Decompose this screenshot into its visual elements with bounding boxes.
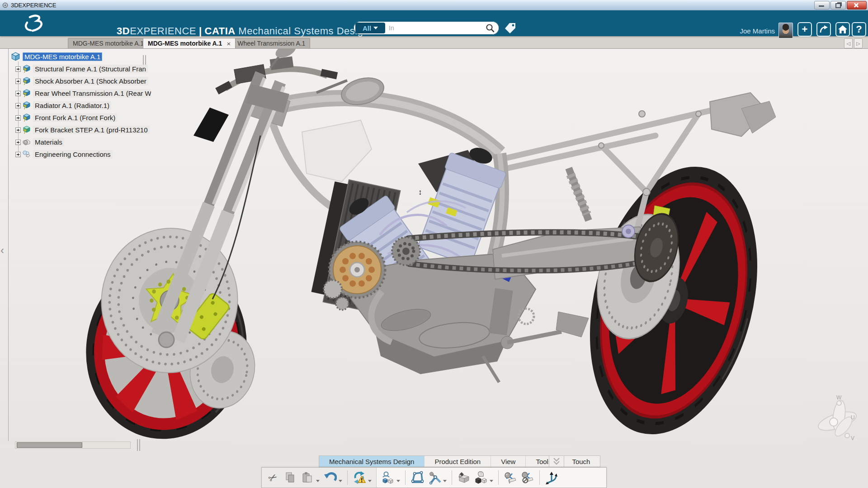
clash-detection-button[interactable] [502, 469, 519, 486]
product-icon [22, 113, 31, 122]
product-step-icon [22, 126, 31, 134]
product-icon [22, 101, 31, 110]
brand-divider: | [199, 25, 202, 37]
tree-label: Shock Absorber A.1 (Shock Absorber [33, 77, 148, 85]
design-in-context-button[interactable] [455, 469, 472, 486]
brand-app: CATIA [205, 25, 236, 37]
cut-icon: ✂ [266, 470, 280, 485]
expand-toggle[interactable] [15, 79, 21, 84]
design-in-context-icon [457, 471, 471, 484]
nav-forward-icon: ▷ [856, 41, 860, 47]
component-session-button[interactable] [379, 469, 396, 486]
tab-nav-forward-button[interactable]: ▷ [854, 38, 863, 48]
tab-touch[interactable]: Touch [562, 456, 600, 467]
gear-small [324, 280, 342, 298]
app-header: 3DEXPERIENCE|CATIA Mechanical Systems De… [0, 10, 868, 36]
tree-label: MDG-MES motorbike A.1 [23, 52, 102, 61]
expand-toggle[interactable] [15, 103, 21, 108]
help-icon: ? [856, 23, 862, 35]
toolbar-separator [405, 470, 406, 485]
expand-toggle[interactable] [15, 115, 21, 121]
robot-translate-button[interactable] [543, 469, 560, 486]
clash-detection-icon [504, 471, 517, 484]
search-icon[interactable] [486, 23, 495, 33]
tab-motorbike-active[interactable]: MDG-MES motorbike A.1 × [143, 38, 236, 48]
expand-toggle[interactable] [15, 140, 21, 145]
robot-translate-icon [545, 471, 558, 484]
undo-dropdown-arrow[interactable] [339, 480, 342, 482]
paste-button[interactable] [299, 469, 316, 486]
tab-label: MDG-MES motorbike A.1 [148, 40, 222, 47]
search-input[interactable] [385, 24, 486, 32]
home-button[interactable] [835, 22, 850, 37]
minimize-button[interactable] [814, 1, 830, 9]
tree-row-engineering-connections[interactable]: Engineering Connections [11, 148, 151, 160]
update-dropdown-arrow[interactable] [368, 480, 372, 482]
workbench-title: Mechanical Systems Design [238, 25, 369, 37]
update-icon [353, 471, 366, 484]
nav-back-icon: ◁ [846, 41, 850, 47]
tree-row-rear-wheel-transmission[interactable]: Rear Wheel Transmission A.1 (Rear W [11, 87, 151, 99]
add-content-button[interactable]: + [797, 22, 812, 37]
compass-w-label: W [836, 394, 842, 401]
search-bar: All [354, 21, 499, 35]
product-icon [22, 65, 31, 73]
tree-row-front-fork[interactable]: Front Fork A.1 (Front Fork) [11, 112, 151, 124]
manipulate-button[interactable] [472, 469, 490, 486]
cut-button[interactable]: ✂ [264, 469, 282, 486]
tab-product-edition[interactable]: Product Edition [425, 456, 491, 467]
double-chevron-icon [552, 457, 561, 465]
tree-row-fork-bracket-step[interactable]: Fork Bracket STEP A.1 (prd-R113210 [11, 124, 151, 136]
expand-toggle[interactable] [15, 127, 21, 133]
tree-row-root[interactable]: MDG-MES motorbike A.1 [11, 51, 151, 63]
engineering-connections-icon [22, 150, 31, 159]
avatar[interactable] [778, 23, 793, 38]
tab-view[interactable]: View [491, 456, 526, 467]
expand-toggle[interactable] [15, 152, 21, 157]
brand-3d: 3D [117, 25, 130, 37]
tree-row-materials[interactable]: Materials [11, 136, 151, 148]
undo-button[interactable] [321, 469, 339, 486]
tree-label: Radiator A.1 (Radiator.1) [33, 101, 111, 110]
kinematic-joint-button[interactable] [426, 469, 443, 486]
tree-label: Fork Bracket STEP A.1 (prd-R113210 [33, 126, 150, 134]
3d-viewport[interactable]: MDG-MES motorbike A.1 Structural Frame A… [0, 49, 868, 488]
copy-button[interactable] [282, 469, 299, 486]
tree-row-structural-frame[interactable]: Structural Frame A.1 (Structural Fran [11, 63, 151, 75]
mechanism-linkage-icon [410, 471, 424, 484]
component-dropdown-arrow[interactable] [396, 480, 400, 482]
search-scope-dropdown[interactable]: All [355, 23, 385, 33]
product-icon [22, 77, 31, 85]
tab-nav-back-button[interactable]: ◁ [844, 38, 853, 48]
clash-stop-button[interactable] [519, 469, 536, 486]
app-window-icon [2, 2, 8, 8]
help-button[interactable]: ? [852, 22, 866, 37]
tab-mechanical-systems-design[interactable]: Mechanical Systems Design [319, 456, 425, 467]
specification-tree: MDG-MES motorbike A.1 Structural Frame A… [11, 51, 151, 160]
share-button[interactable] [816, 22, 831, 37]
expand-toggle[interactable] [15, 66, 21, 72]
document-tab-bar: MDG-MES motorbike A.1 (E... MDG-MES moto… [0, 36, 868, 49]
tree-row-radiator[interactable]: Radiator A.1 (Radiator.1) [11, 99, 151, 112]
search-scope-value: All [363, 24, 371, 32]
close-tab-icon[interactable]: × [226, 40, 231, 47]
tag-icon[interactable] [504, 22, 517, 34]
view-compass[interactable]: W U V [809, 393, 868, 443]
tree-label: Rear Wheel Transmission A.1 (Rear W [33, 89, 151, 98]
restore-button[interactable] [830, 1, 846, 9]
tree-label: Materials [33, 138, 64, 146]
materials-icon [22, 138, 31, 146]
tree-row-shock-absorber[interactable]: Shock Absorber A.1 (Shock Absorber [11, 75, 151, 87]
expand-toggle[interactable] [15, 91, 21, 96]
joint-dropdown-arrow[interactable] [443, 480, 447, 482]
user-name[interactable]: Joe Martins [740, 27, 775, 35]
action-bar-expand-button[interactable] [549, 455, 564, 467]
manipulate-dropdown-arrow[interactable] [490, 480, 493, 482]
paste-dropdown-arrow[interactable] [316, 480, 320, 482]
share-arrow-icon [819, 25, 828, 33]
mechanism-linkage-button[interactable] [409, 469, 426, 486]
update-button[interactable] [351, 469, 368, 486]
window-titlebar: 3DEXPERIENCE [0, 0, 868, 10]
close-button[interactable] [847, 1, 867, 9]
tree-label: Front Fork A.1 (Front Fork) [33, 113, 117, 122]
